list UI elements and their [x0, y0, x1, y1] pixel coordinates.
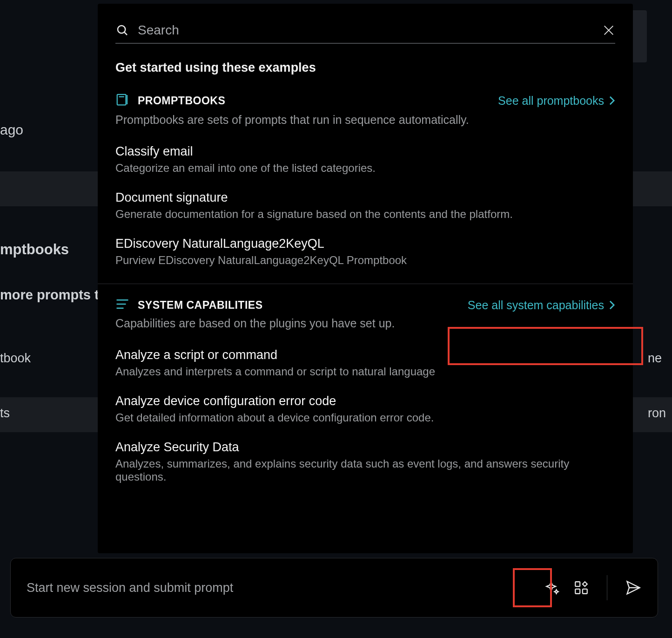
book-icon	[115, 93, 129, 109]
promptbook-item-desc: Generate documentation for a signature b…	[115, 208, 615, 221]
prompt-input-bar	[10, 558, 658, 618]
capability-item[interactable]: Analyze Security Data Analyzes, summariz…	[115, 433, 615, 492]
send-button[interactable]	[625, 579, 642, 596]
promptbook-item[interactable]: Document signature Generate documentatio…	[115, 183, 615, 229]
bg-text-mptbooks: mptbooks	[0, 241, 69, 258]
promptbooks-label: PROMPTBOOKS	[138, 95, 225, 107]
capabilities-label: SYSTEM CAPABILITIES	[138, 299, 263, 312]
see-all-promptbooks-link[interactable]: See all promptbooks	[498, 94, 615, 108]
bg-text-ne: ne	[648, 351, 662, 366]
capabilities-header: SYSTEM CAPABILITIES See all system capab…	[115, 298, 615, 312]
bg-text-ron: ron	[648, 406, 666, 421]
input-separator	[607, 575, 607, 600]
search-icon	[115, 23, 129, 37]
capability-item-title: Analyze device configuration error code	[115, 394, 615, 408]
svg-rect-4	[117, 95, 126, 105]
promptbook-item[interactable]: Classify email Categorize an email into …	[115, 137, 615, 183]
panel-title: Get started using these examples	[115, 61, 615, 75]
promptbook-item-title: Document signature	[115, 190, 615, 205]
svg-line-1	[124, 32, 127, 35]
svg-rect-12	[583, 589, 587, 594]
capability-item-title: Analyze Security Data	[115, 440, 615, 455]
promptbook-item-title: EDiscovery NaturalLanguage2KeyQL	[115, 237, 615, 251]
svg-point-0	[118, 26, 125, 33]
capability-item[interactable]: Analyze device configuration error code …	[115, 387, 615, 433]
see-all-capabilities-link[interactable]: See all system capabilities	[468, 299, 615, 312]
input-icon-group	[544, 575, 642, 600]
list-icon	[115, 298, 129, 312]
bg-text-ts: ts	[0, 406, 10, 421]
promptbook-item-desc: Categorize an email into one of the list…	[115, 162, 615, 175]
promptbook-item-desc: Purview EDiscovery NaturalLanguage2KeyQL…	[115, 254, 615, 267]
annotation-highlight-sparkle	[513, 568, 552, 607]
see-all-promptbooks-text: See all promptbooks	[498, 94, 604, 108]
svg-rect-11	[575, 589, 580, 594]
bg-text-more-prompts: more prompts th	[0, 287, 107, 303]
plugins-button[interactable]	[573, 580, 589, 596]
section-divider	[98, 284, 633, 284]
promptbook-item-title: Classify email	[115, 144, 615, 159]
close-button[interactable]	[602, 24, 615, 37]
promptbooks-header: PROMPTBOOKS See all promptbooks	[115, 93, 615, 109]
session-prompt-input[interactable]	[27, 581, 540, 595]
see-all-capabilities-text: See all system capabilities	[468, 299, 604, 312]
capability-item-desc: Get detailed information about a device …	[115, 411, 615, 424]
annotation-highlight-capabilities	[448, 327, 643, 365]
search-input[interactable]	[136, 23, 596, 38]
capability-item-desc: Analyzes and interprets a command or scr…	[115, 365, 615, 378]
bg-text-ago: ago	[0, 122, 23, 138]
search-row	[115, 18, 615, 44]
capability-item-desc: Analyzes, summarizes, and explains secur…	[115, 457, 615, 483]
promptbooks-desc: Promptbooks are sets of prompts that run…	[115, 113, 615, 127]
svg-rect-10	[575, 582, 580, 586]
suggestions-panel: Get started using these examples PROMPTB…	[98, 4, 633, 553]
bg-text-tbook: tbook	[0, 351, 31, 366]
promptbook-item[interactable]: EDiscovery NaturalLanguage2KeyQL Purview…	[115, 229, 615, 275]
